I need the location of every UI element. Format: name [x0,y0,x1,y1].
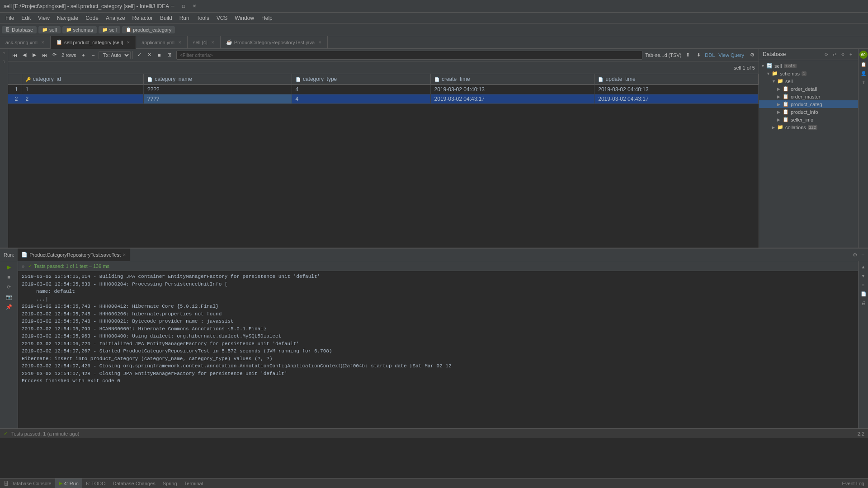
run-right-icon-3[interactable]: 🖨 [860,299,867,306]
tree-item-sell[interactable]: ▼📁sell [759,77,858,85]
data-table-container[interactable]: 🔑 category_id 📄 category_name 📄 category… [8,74,759,248]
tab-close-icon[interactable]: ✕ [41,40,45,45]
run-indicator[interactable]: 60 [859,51,868,59]
nav-first-btn[interactable]: ⏮ [10,51,19,60]
tab-ack-spring[interactable]: ack-spring.xml ✕ [0,36,51,49]
tab-close-sell4-icon[interactable]: ✕ [211,40,215,45]
cell-category-type[interactable]: 4 [292,94,430,104]
settings-btn[interactable]: ⚙ [748,51,757,60]
bottom-tab-db-changes[interactable]: Database Changes [109,479,159,488]
event-log-link[interactable]: Event Log [838,481,868,486]
tree-item-order_master[interactable]: ▶📋order_master [759,93,858,100]
tree-item-schemas[interactable]: ▼📁schemas1 [759,70,858,77]
menu-item-refactor[interactable]: Refactor [129,15,156,21]
menu-item-code[interactable]: Code [82,15,102,21]
cell-create-time[interactable]: 2019-03-02 04:43:17 [430,94,594,104]
add-row-btn[interactable]: + [79,51,88,60]
tab-sell-product-category[interactable]: 📋 sell.product_category [sell] ✕ [51,36,136,49]
db-sync-btn[interactable]: ⇄ [831,51,838,58]
run-tab-close-icon[interactable]: ✕ [123,253,126,257]
nav-prev-btn[interactable]: ◀ [20,51,29,60]
table-row[interactable]: 22????42019-03-02 04:43:172019-03-02 04:… [8,94,759,104]
col-create-time[interactable]: 📄 create_time [430,74,594,84]
menu-item-build[interactable]: Build [156,15,176,21]
log-output[interactable]: 2019-03-02 12:54:05,614 - Building JPA c… [18,271,858,428]
db-tab-sell1[interactable]: 📁 sell [38,26,61,33]
col-category-id[interactable]: 🔑 category_id [22,74,143,84]
db-side-icon[interactable]: D [1,59,7,65]
db-tab-product-category[interactable]: 📋 product_category [122,26,175,33]
run-camera-btn[interactable]: 📷 [5,293,13,301]
tx-select[interactable]: Tx: Auto [99,51,131,59]
col-update-time[interactable]: 📄 update_time [594,74,759,84]
run-pin-btn[interactable]: 📌 [5,303,13,311]
scroll-up-btn[interactable]: ▲ [860,263,867,270]
col-category-type[interactable]: 📄 category_type [292,74,430,84]
cell-category-name[interactable]: ???? [143,94,292,104]
db-tab-schemas[interactable]: 📁 schemas [62,26,97,33]
run-stop-btn[interactable]: ■ [5,273,13,281]
col-category-name[interactable]: 📄 category_name [143,74,292,84]
menu-item-run[interactable]: Run [176,15,193,21]
minimize-button[interactable]: ─ [169,3,176,10]
delete-row-btn[interactable]: − [89,51,98,60]
run-rerun-btn[interactable]: ⟳ [5,283,13,291]
run-tab-test[interactable]: 📄 ProductCategoryRepositoryTest.saveTest… [18,249,130,261]
bottom-tab-run[interactable]: ▶ 4: Run [55,479,82,488]
cell-category-id[interactable]: 1 [22,84,143,94]
db-tab-sell2[interactable]: 📁 sell [99,26,121,33]
menu-item-window[interactable]: Window [231,15,258,21]
nav-next-btn[interactable]: ▶ [30,51,39,60]
bottom-tab-terminal[interactable]: Terminal [181,479,207,488]
format-btn[interactable]: ⊞ [165,51,174,60]
bottom-tab-todo[interactable]: 6: TODO [82,479,109,488]
project-icon[interactable]: P [1,51,7,57]
filter-box[interactable]: <Filter criteria> [176,51,642,60]
run-right-icon-1[interactable]: ≡ [860,281,867,288]
nav-last-btn[interactable]: ⏭ [40,51,49,60]
menu-item-file[interactable]: File [2,15,18,21]
cell-category-id[interactable]: 2 [22,94,143,104]
run-right-icon-2[interactable]: 📄 [860,290,867,297]
tree-item-product_categ[interactable]: ▶📋product_categ [759,100,858,108]
tab-close-active-icon[interactable]: ✕ [127,40,130,45]
tab-close-test-icon[interactable]: ✕ [318,40,322,45]
bottom-tab-db-console[interactable]: 🗄 Database Console [0,479,55,488]
cell-update-time[interactable]: 2019-03-02 04:40:13 [594,84,759,94]
run-gear-icon[interactable]: ⚙ [853,252,858,258]
menu-item-vcs[interactable]: VCS [213,15,231,21]
cell-category-name[interactable]: ???? [143,84,292,94]
tree-item-order_detail[interactable]: ▶📋order_detail [759,85,858,93]
cell-create-time[interactable]: 2019-03-02 04:40:13 [430,84,594,94]
edge-icon-1[interactable]: 📋 [860,61,867,68]
reload-btn[interactable]: ⟳ [50,51,59,60]
db-refresh-btn[interactable]: ⟳ [823,51,830,58]
run-minimize-icon[interactable]: − [861,252,864,258]
tree-item-sell[interactable]: ▼🔄sell1 of 5 [759,62,858,70]
tab-close-yml-icon[interactable]: ✕ [178,40,182,45]
scroll-down-btn[interactable]: ▼ [860,272,867,279]
close-button[interactable]: ✕ [191,3,198,10]
export-btn[interactable]: ⬆ [683,51,692,60]
edge-icon-3[interactable]: ⬆ [860,79,867,86]
db-tab-database[interactable]: 🗄 Database [2,26,37,33]
stop-btn[interactable]: ■ [155,51,164,60]
menu-item-edit[interactable]: Edit [18,15,34,21]
tree-item-seller_info[interactable]: ▶📋seller_info [759,116,858,123]
cell-update-time[interactable]: 2019-03-02 04:43:17 [594,94,759,104]
menu-item-tools[interactable]: Tools [193,15,213,21]
tab-application-yml[interactable]: application.yml ✕ [136,36,188,49]
tab-sell-4[interactable]: sell [4] ✕ [188,36,221,49]
view-query-button[interactable]: View Query [717,52,746,59]
table-row[interactable]: 11????42019-03-02 04:40:132019-03-02 04:… [8,84,759,94]
cancel-btn[interactable]: ✕ [145,51,154,60]
ddl-label[interactable]: DDL [705,52,715,58]
menu-item-navigate[interactable]: Navigate [53,15,82,21]
db-settings-btn[interactable]: ⚙ [839,51,846,58]
menu-item-help[interactable]: Help [258,15,276,21]
menu-item-view[interactable]: View [34,15,53,21]
maximize-button[interactable]: □ [180,3,187,10]
edge-icon-2[interactable]: 👤 [860,70,867,77]
bottom-tab-spring[interactable]: Spring [159,479,181,488]
run-play-btn[interactable]: ▶ [5,263,13,271]
